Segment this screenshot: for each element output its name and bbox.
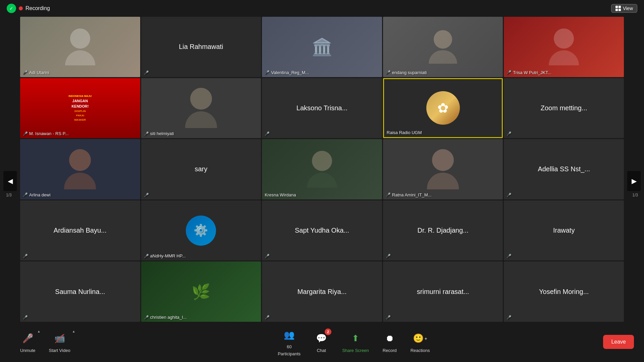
record-label: Record: [383, 348, 397, 353]
participant-name-display-24: srimurni rarasat...: [414, 285, 473, 299]
chat-button[interactable]: 💬 2 Chat: [307, 328, 335, 356]
video-icon: 📹: [52, 331, 67, 346]
mute-icon-3: 🎤: [265, 70, 270, 75]
participant-cell-3[interactable]: 🏛️ 🎤 Valentina_Reg_M...: [262, 17, 382, 77]
participant-name-display-25: Yosefin Moring...: [536, 285, 592, 299]
raisa-logo: ✿: [426, 91, 460, 125]
mute-icon-25: 🎤: [506, 315, 512, 320]
participant-cell-21[interactable]: Sauma Nurlina... 🎤: [20, 261, 140, 322]
unmute-button[interactable]: 🎤 ▲ Unmute: [13, 328, 42, 356]
participant-name-16: 🎤: [23, 254, 28, 258]
video-feed-22: 🌿: [192, 283, 210, 301]
mute-icon-15: 🎤: [506, 193, 512, 197]
participant-cell-16[interactable]: Ardiansah Bayu... 🎤: [20, 200, 140, 261]
participant-cell-13[interactable]: Kresna Wirdana: [262, 139, 382, 199]
record-button[interactable]: ⏺ Record: [376, 328, 404, 356]
chat-label: Chat: [317, 348, 326, 353]
participant-name-24: 🎤: [386, 315, 391, 320]
start-video-label: Start Video: [49, 348, 70, 353]
participant-cell-8[interactable]: Laksono Trisna... 🎤: [262, 78, 382, 138]
participants-icon: 👥: [282, 327, 297, 342]
participant-cell-25[interactable]: Yosefin Moring... 🎤: [504, 261, 624, 322]
participant-name-display-15: Adellia SS Nst_...: [534, 162, 593, 176]
participant-cell-23[interactable]: Margarita Riya... 🎤: [262, 261, 382, 322]
participant-cell-14[interactable]: 🎤 Ratna Amini_IT_M...: [383, 139, 503, 199]
participant-name-11: 🎤 Arlina dewi: [23, 192, 51, 197]
mute-icon-5: 🎤: [506, 70, 512, 75]
participant-cell-2[interactable]: Lia Rahmawati 🎤: [141, 17, 261, 77]
participant-cell-19[interactable]: Dr. R. Djadjang... 🎤: [383, 200, 503, 261]
video-feed-1: [20, 17, 140, 77]
toolbar: 🎤 ▲ Unmute 📹 ▲ Start Video 👥 60 Particip…: [0, 322, 644, 362]
participant-name-20: 🎤: [506, 254, 512, 258]
leave-button[interactable]: Leave: [603, 335, 634, 349]
reactions-button[interactable]: 🙂 + Reactions: [404, 328, 437, 356]
participant-cell-10[interactable]: Zoom metting... 🎤: [504, 78, 624, 138]
participant-cell-20[interactable]: Irawaty 🎤: [504, 200, 624, 261]
participant-cell-22[interactable]: 🌿 🎤 christien aghita_I...: [141, 261, 261, 322]
participant-cell-17[interactable]: ⚙️ 🎤 aNdHy-MMR HP...: [141, 200, 261, 261]
participant-name-display-8: Laksono Trisna...: [293, 101, 351, 115]
mic-icon: 🎤: [20, 331, 35, 346]
participant-cell-7[interactable]: 🎤 siti helmiyati: [141, 78, 261, 138]
mute-icon-17: 🎤: [144, 254, 149, 258]
participant-name-10: 🎤: [506, 131, 512, 136]
participant-name-18: 🎤: [265, 254, 270, 258]
participants-count-display: 60: [287, 344, 291, 349]
mute-icon-7: 🎤: [144, 131, 149, 136]
participant-cell-15[interactable]: Adellia SS Nst_... 🎤: [504, 139, 624, 199]
participant-cell-24[interactable]: srimurni rarasat... 🎤: [383, 261, 503, 322]
view-button[interactable]: View: [611, 4, 637, 13]
participant-cell-11[interactable]: 🎤 Arlina dewi: [20, 139, 140, 199]
participant-cell-9[interactable]: ✿ Raisa Radio UGM: [383, 78, 503, 138]
participant-name-display-20: Irawaty: [550, 223, 578, 238]
participant-cell-4[interactable]: 🎤 endang suparniati: [383, 17, 503, 77]
page-indicator-right: 1/3: [632, 193, 638, 197]
participant-name-19: 🎤: [386, 254, 391, 258]
andhy-logo: ⚙️: [186, 216, 216, 246]
chat-icon: 💬 2: [314, 331, 329, 346]
mute-icon-11: 🎤: [23, 192, 28, 197]
share-screen-button[interactable]: ⬆ Share Screen: [335, 328, 376, 356]
recording-label: Recording: [25, 5, 50, 11]
participant-name-display-2: Lia Rahmawati: [175, 40, 226, 54]
participants-button[interactable]: 👥 60 Participants: [271, 324, 307, 360]
mute-icon-14: 🎤: [386, 192, 391, 197]
participant-cell-6[interactable]: INDONESIA MAJU JANGAN KENDOR! DISIPLIN P…: [20, 78, 140, 138]
participant-name-21: 🎤: [23, 315, 28, 320]
mute-icon-22: 🎤: [144, 315, 149, 320]
participant-name-7: 🎤 siti helmiyati: [144, 131, 174, 136]
video-feed-4: [383, 17, 503, 77]
rec-dot: [19, 6, 23, 10]
mute-icon-18: 🎤: [265, 254, 270, 258]
mute-icon-6: 🎤: [23, 131, 28, 136]
participant-cell-1[interactable]: 🎤 Adi Utarini: [20, 17, 140, 77]
participant-name-22: 🎤 christien aghita_I...: [144, 315, 187, 320]
participant-name-25: 🎤: [506, 315, 512, 320]
view-label: View: [623, 6, 633, 11]
participant-name-display-19: Dr. R. Djadjang...: [414, 223, 472, 238]
recording-indicator: ✓ Recording: [7, 4, 50, 13]
participant-name-5: 🎤 Trisa W Putri_JKT...: [506, 70, 551, 75]
video-feed-5: [504, 17, 624, 77]
participant-name-9: Raisa Radio UGM: [387, 130, 422, 135]
start-video-button[interactable]: 📹 ▲ Start Video: [42, 328, 77, 356]
chat-badge: 2: [325, 328, 331, 335]
mute-icon-24: 🎤: [386, 315, 391, 320]
participant-name-17: 🎤 aNdHy-MMR HP...: [144, 253, 186, 258]
participant-cell-12[interactable]: sary 🎤: [141, 139, 261, 199]
unmute-caret[interactable]: ▲: [37, 329, 41, 333]
next-page-button[interactable]: ▶: [627, 171, 641, 191]
participant-name-display-12: sary: [191, 162, 211, 176]
video-grid: 🎤 Adi Utarini Lia Rahmawati 🎤 🏛️ 🎤 Valen…: [20, 17, 624, 322]
video-feed-13: [262, 139, 382, 199]
participant-cell-5[interactable]: 🎤 Trisa W Putri_JKT...: [504, 17, 624, 77]
video-caret[interactable]: ▲: [72, 329, 75, 333]
participant-name-display-16: Ardiansah Bayu...: [50, 223, 110, 238]
participant-cell-18[interactable]: Sapt Yudha Oka... 🎤: [262, 200, 382, 261]
participant-name-8: 🎤: [265, 131, 270, 136]
mute-icon-21: 🎤: [23, 315, 28, 320]
shield-icon: ✓: [7, 4, 16, 13]
prev-page-button[interactable]: ◀: [3, 171, 17, 191]
participant-name-display-18: Sapt Yudha Oka...: [291, 223, 353, 238]
